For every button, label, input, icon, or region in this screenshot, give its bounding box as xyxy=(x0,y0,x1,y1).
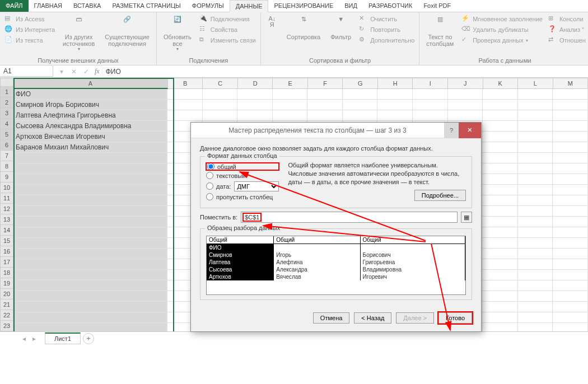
cell[interactable] xyxy=(343,110,378,121)
accept-formula-icon[interactable]: ✓ xyxy=(80,68,92,76)
column-header[interactable]: L xyxy=(518,78,553,89)
cell[interactable] xyxy=(518,302,553,312)
cell[interactable] xyxy=(518,270,553,280)
column-header[interactable]: C xyxy=(203,78,238,89)
cell[interactable] xyxy=(553,153,588,163)
range-picker-button[interactable]: ▦ xyxy=(461,212,472,223)
cell[interactable] xyxy=(553,163,588,174)
cell[interactable] xyxy=(518,312,553,323)
cell[interactable] xyxy=(483,302,518,312)
row-header[interactable]: 19 xyxy=(0,278,13,289)
btn-from-text[interactable]: 📄Из текста xyxy=(4,36,55,45)
cancel-formula-icon[interactable]: ✕ xyxy=(68,68,80,76)
cell[interactable] xyxy=(13,238,167,249)
column-header[interactable]: K xyxy=(483,78,519,89)
cell[interactable] xyxy=(553,227,588,238)
radio-skip-input[interactable] xyxy=(206,193,213,200)
cell[interactable] xyxy=(203,110,238,121)
cell[interactable] xyxy=(13,259,167,270)
cell[interactable] xyxy=(413,110,448,121)
destination-input[interactable]: $C$1 xyxy=(241,212,458,223)
cell[interactable] xyxy=(377,100,413,110)
btn-refresh-all[interactable]: 🔄Обновить все▾ xyxy=(161,15,194,53)
cell[interactable] xyxy=(203,89,238,100)
cell[interactable] xyxy=(553,312,588,323)
cell[interactable] xyxy=(483,100,518,110)
date-format-select[interactable]: ДМГ xyxy=(234,181,279,191)
name-dropdown-icon[interactable]: ▾ xyxy=(55,68,68,76)
cell[interactable] xyxy=(518,227,553,238)
preview-box[interactable]: ОбщийОбщийОбщий ФИОСмирновИгорьБорисович… xyxy=(206,236,466,295)
btn-finish[interactable]: Готово xyxy=(438,312,472,324)
btn-from-web[interactable]: 🌐Из Интернета xyxy=(4,25,55,34)
nav-prev-icon[interactable]: ◂ xyxy=(22,335,26,343)
cell[interactable] xyxy=(448,110,483,121)
cell[interactable] xyxy=(307,89,343,100)
cell[interactable]: Сысоева Александра Владимировна xyxy=(13,121,167,132)
cell[interactable] xyxy=(13,312,167,323)
preview-row[interactable]: ЛаптеваАлефтинаГригорьевна xyxy=(207,259,465,266)
row-header[interactable]: 7 xyxy=(0,151,13,161)
row-header[interactable]: 18 xyxy=(0,268,13,278)
cell[interactable] xyxy=(518,217,553,227)
btn-consolidate[interactable]: ⊞Консоли xyxy=(548,15,586,24)
cell[interactable] xyxy=(483,217,518,227)
cell[interactable] xyxy=(518,153,553,163)
cell[interactable] xyxy=(553,323,588,331)
radio-skip[interactable]: пропустить столбец xyxy=(206,193,279,200)
btn-properties[interactable]: ☷Свойства xyxy=(199,25,256,34)
row-header[interactable]: 6 xyxy=(0,140,13,151)
cell[interactable] xyxy=(518,100,553,110)
column-header[interactable]: B xyxy=(168,78,203,89)
row-header[interactable]: 21 xyxy=(0,299,13,310)
cell[interactable] xyxy=(483,259,518,270)
cell[interactable] xyxy=(237,89,273,100)
cell[interactable] xyxy=(483,206,518,217)
btn-data-validation[interactable]: ✓Проверка данных ▾ xyxy=(461,36,543,45)
cell[interactable] xyxy=(203,100,238,110)
cell[interactable] xyxy=(553,249,588,259)
cell[interactable] xyxy=(483,89,518,100)
cell[interactable] xyxy=(518,132,553,142)
tab-developer[interactable]: РАЗРАБОТЧИК xyxy=(363,0,418,12)
cell[interactable] xyxy=(167,89,203,100)
column-header[interactable]: F xyxy=(308,78,343,89)
cell[interactable] xyxy=(483,227,518,238)
column-header[interactable]: G xyxy=(343,78,378,89)
radio-date[interactable]: дата: xyxy=(206,182,231,190)
cell[interactable] xyxy=(167,100,203,110)
cell[interactable] xyxy=(273,89,308,100)
tab-review[interactable]: РЕЦЕНЗИРОВАНИЕ xyxy=(268,0,339,12)
cell[interactable] xyxy=(518,249,553,259)
cell[interactable] xyxy=(553,121,588,132)
btn-text-to-columns[interactable]: ▥Текст по столбцам xyxy=(424,15,456,48)
cell[interactable] xyxy=(483,121,518,132)
row-header[interactable]: 22 xyxy=(0,310,13,321)
cell[interactable]: Артюхов Вячеслав Игоревич xyxy=(13,132,167,142)
cell[interactable] xyxy=(553,142,588,153)
row-header[interactable]: 16 xyxy=(0,246,13,257)
cell[interactable] xyxy=(448,100,483,110)
cell[interactable] xyxy=(413,100,448,110)
btn-connections[interactable]: 🔌Подключения xyxy=(199,15,256,24)
column-header[interactable]: H xyxy=(378,78,413,89)
row-header[interactable]: 20 xyxy=(0,289,13,299)
cell[interactable] xyxy=(553,89,588,100)
cell[interactable] xyxy=(518,206,553,217)
cell[interactable] xyxy=(518,110,553,121)
cell[interactable] xyxy=(483,195,518,206)
cell[interactable] xyxy=(483,174,518,185)
dialog-titlebar[interactable]: Мастер распределения текста по столбцам … xyxy=(191,123,481,138)
cell[interactable] xyxy=(237,110,273,121)
row-header[interactable]: 9 xyxy=(0,172,13,182)
radio-text-input[interactable] xyxy=(206,172,213,179)
fx-icon[interactable]: fx xyxy=(95,67,100,76)
sheet-tab-1[interactable]: Лист1 xyxy=(45,333,81,344)
cell[interactable] xyxy=(553,174,588,185)
row-header[interactable]: 17 xyxy=(0,257,13,268)
dialog-help-button[interactable]: ? xyxy=(444,123,459,138)
row-header[interactable]: 1 xyxy=(0,87,13,97)
cell[interactable] xyxy=(13,249,167,259)
btn-back[interactable]: < Назад xyxy=(354,312,391,324)
cell[interactable] xyxy=(483,312,518,323)
